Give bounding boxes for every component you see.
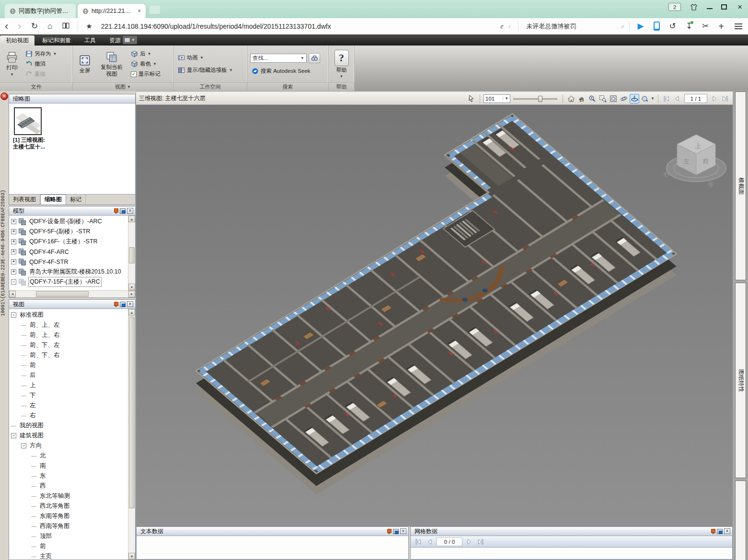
url-text[interactable]: 221.214.108.194:6090/upload/1/results/pe… — [101, 23, 331, 30]
views-tree-item[interactable]: 后 — [11, 370, 128, 380]
shading-button[interactable]: 着色 ▼ — [129, 60, 162, 68]
views-tree-item[interactable]: 前 — [11, 541, 128, 551]
media-dropdown-button[interactable]: ▼ — [123, 36, 137, 44]
views-tree-item[interactable]: 前、下、左 — [11, 340, 128, 350]
model-tree-label[interactable]: 青岛大学附属医院-楼梯2015.10.10 — [28, 267, 122, 276]
views-tree-label[interactable]: 东南等角图 — [39, 512, 71, 521]
orbit-button[interactable] — [619, 94, 629, 103]
tree-expander-icon[interactable] — [21, 416, 26, 416]
next-record-button[interactable] — [464, 537, 474, 547]
maximize-button[interactable] — [721, 4, 727, 10]
views-tree-label[interactable]: 上 — [29, 381, 37, 390]
views-tree-item[interactable]: 顶部 — [11, 531, 128, 541]
tree-expander-icon[interactable]: - — [11, 312, 16, 318]
seek-button[interactable]: 搜索 Autodesk Seek — [250, 67, 320, 75]
bookmark-star-icon[interactable]: ★ — [86, 23, 92, 30]
tree-expander-icon[interactable] — [31, 547, 36, 547]
tree-expander-icon[interactable] — [31, 476, 36, 477]
refresh-button[interactable]: ↻ — [31, 22, 38, 30]
thumbnail-image[interactable] — [14, 107, 42, 135]
scrollbar-thumb[interactable] — [36, 291, 89, 297]
tree-expander-icon[interactable] — [21, 386, 26, 386]
model-tree-label[interactable]: QDFY-7-15F-(主楼）-ARC — [28, 277, 102, 287]
model-tree-label[interactable]: QDFY-设备层-(副楼）-ARC — [28, 217, 103, 226]
close-button[interactable]: × — [736, 3, 744, 11]
last-page-button[interactable] — [720, 94, 730, 103]
zoom-inout-button[interactable] — [587, 94, 597, 103]
home-view-button[interactable] — [566, 94, 576, 103]
print-button[interactable]: 打印 ▼ — [3, 50, 21, 77]
pin-icon[interactable] — [710, 529, 715, 534]
tree-expander-icon[interactable]: + — [11, 239, 16, 244]
views-tree-item[interactable]: 前 — [11, 360, 128, 370]
dock-panel-icon[interactable] — [120, 302, 126, 307]
minimize-button[interactable] — [707, 5, 713, 9]
views-tree-item[interactable]: 东 — [11, 471, 128, 481]
fullscreen-button[interactable]: 全屏 — [76, 53, 94, 75]
model-tree-item[interactable]: + QDFY-设备层-(副楼）-ARC — [11, 217, 128, 227]
views-tree-label[interactable]: 西南等角图 — [39, 522, 71, 531]
first-record-button[interactable] — [414, 537, 423, 547]
model-tree-label[interactable]: QDFY-16F-（主楼）-STR — [28, 237, 99, 246]
views-tree-label[interactable]: 左 — [29, 401, 37, 410]
show-markup-checkbox[interactable]: ✓ 显示标记 — [129, 70, 162, 78]
close-panel-icon[interactable]: × — [724, 528, 730, 534]
views-tree-label[interactable]: 北 — [39, 451, 47, 460]
chevron-down-icon[interactable]: ▼ — [651, 96, 655, 101]
tree-expander-icon[interactable] — [31, 516, 36, 517]
zoom-percent-combobox[interactable]: 101 ▼ — [483, 94, 510, 103]
tree-expander-icon[interactable] — [21, 335, 26, 336]
views-tree-item[interactable]: - 标准视图 — [11, 310, 128, 320]
tree-expander-icon[interactable] — [21, 345, 26, 346]
views-tree-label[interactable]: 顶部 — [39, 532, 53, 541]
views-tree-item[interactable]: 北 — [11, 451, 128, 461]
tree-expander-icon[interactable] — [21, 355, 26, 356]
views-tree-item[interactable]: 西南等角图 — [11, 521, 128, 531]
views-tree-item[interactable]: 上 — [11, 380, 128, 390]
views-tree-item[interactable]: 东北等轴测 — [11, 491, 128, 501]
views-tree-label[interactable]: 下 — [29, 391, 37, 400]
help-button[interactable]: ? — [334, 50, 349, 66]
views-tree-item[interactable]: 西北等角图 — [11, 501, 128, 511]
scrollbar-thumb[interactable] — [129, 247, 135, 263]
views-tree-label[interactable]: 南 — [39, 461, 47, 470]
scrollbar-thumb[interactable] — [129, 317, 135, 508]
model-tree-item[interactable]: + QDFY-5F-(副楼）-STR — [11, 227, 128, 237]
new-tab-button[interactable] — [150, 6, 160, 14]
ie-compat-icon[interactable]: e — [500, 22, 504, 31]
ribbon-tab[interactable]: 工具 — [79, 35, 102, 46]
model-panel-header[interactable]: 模型 × — [9, 206, 135, 216]
last-record-button[interactable] — [476, 537, 485, 547]
save-as-button[interactable]: 另存为 ▼ — [24, 50, 58, 58]
tree-expander-icon[interactable]: - — [11, 433, 16, 438]
views-tree-item[interactable]: 右 — [11, 411, 128, 421]
scroll-down-icon[interactable]: ▼ — [128, 284, 135, 290]
model-tree-item[interactable]: + QDFY-4F-ARC — [11, 247, 128, 257]
search-input[interactable]: 未评老总微博被罚 ⌕ — [526, 22, 624, 31]
skin-icon[interactable] — [690, 3, 698, 11]
tree-expander-icon[interactable] — [21, 366, 26, 366]
scroll-left-icon[interactable]: ◄ — [9, 291, 16, 297]
ribbon-tab[interactable]: 标记和测量 — [36, 35, 77, 46]
model-tree-hscrollbar[interactable]: ◄ ► — [9, 290, 135, 297]
show-hide-palettes-button[interactable]: 显示/隐藏选项板 ▼ — [176, 66, 234, 74]
zoom-window-button[interactable] — [598, 94, 608, 103]
thumbnail-panel-header[interactable]: 缩略图 — [9, 94, 135, 103]
browser-tab-2[interactable]: http://221.214.108.194:6090/ × — [78, 4, 146, 18]
shading-mode-button[interactable] — [640, 94, 650, 103]
pin-icon[interactable] — [113, 302, 118, 307]
select-cursor-icon[interactable] — [467, 94, 476, 103]
turntable-button[interactable] — [630, 94, 639, 103]
views-tree-label[interactable]: 我的视图 — [19, 421, 45, 430]
tree-expander-icon[interactable]: + — [11, 229, 16, 234]
tree-expander-icon[interactable]: - — [11, 279, 16, 285]
undo-button[interactable]: 撤消 — [24, 60, 58, 68]
views-tree-item[interactable]: 东南等角图 — [11, 511, 128, 521]
tree-expander-icon[interactable] — [31, 537, 36, 537]
checkbox-checked-icon[interactable]: ✓ — [131, 71, 137, 77]
menu-hamburger-icon[interactable] — [735, 23, 742, 29]
right-panel-tab[interactable]: 图层 — [735, 480, 746, 560]
tree-expander-icon[interactable] — [21, 406, 26, 406]
views-tree-item[interactable]: 前、上、左 — [11, 320, 128, 330]
views-panel-header[interactable]: 视图 × — [9, 300, 135, 309]
